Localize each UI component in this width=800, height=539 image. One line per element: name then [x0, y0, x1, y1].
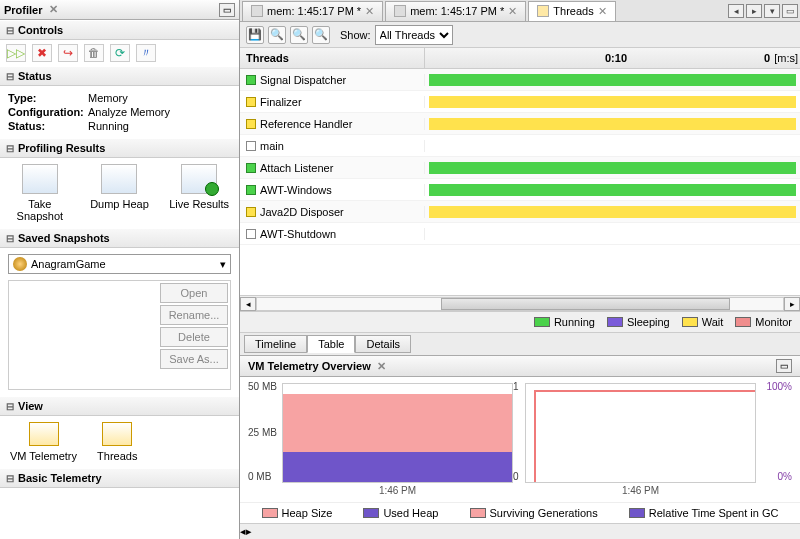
open-button[interactable]: Open [160, 283, 228, 303]
snapshot-project-combo[interactable]: AnagramGame ▾ [8, 254, 231, 274]
threads-rows: Signal DispatcherFinalizerReference Hand… [240, 69, 800, 295]
snapshot-list[interactable] [9, 281, 158, 389]
minimize-telemetry-button[interactable]: ▭ [776, 359, 792, 373]
thread-timeline-bar [429, 228, 796, 240]
saveas-button[interactable]: Save As... [160, 349, 228, 369]
thread-filter-select[interactable]: All Threads [375, 25, 453, 45]
basic-telemetry-header[interactable]: Basic Telemetry [0, 468, 239, 488]
tab-mem-1[interactable]: mem: 1:45:17 PM *✕ [242, 1, 383, 21]
rename-button[interactable]: Rename... [160, 305, 228, 325]
zoom-out-icon[interactable]: 🔍 [268, 26, 286, 44]
heap-size-swatch [262, 508, 278, 518]
heap-chart: 50 MB 25 MB 0 MB 1:46 PM [282, 383, 513, 496]
thread-state-icon [246, 207, 256, 217]
close-icon[interactable]: ✕ [377, 360, 386, 373]
telemetry-legend: Heap Size Used Heap Surviving Generation… [240, 502, 800, 523]
maximize-button[interactable]: ▭ [782, 4, 798, 18]
tab-threads[interactable]: Threads✕ [528, 1, 615, 21]
scroll-right-icon[interactable]: ▸ [784, 297, 800, 311]
zoom-in-icon[interactable]: 🔍 [312, 26, 330, 44]
thread-state-icon [246, 185, 256, 195]
running-swatch [534, 317, 550, 327]
mem-icon [394, 5, 406, 17]
threads-toolbar: 💾 🔍 🔍 🔍 Show: All Threads [240, 22, 800, 48]
tab-mem-2[interactable]: mem: 1:45:17 PM *✕ [385, 1, 526, 21]
threads-table-header: Threads 0:10 0 [m:s] [240, 48, 800, 69]
save-icon[interactable]: 💾 [246, 26, 264, 44]
heap-icon [101, 164, 137, 194]
zoom-reset-icon[interactable]: 🔍 [290, 26, 308, 44]
thread-state-icon [246, 119, 256, 129]
threads-subtabs: Timeline Table Details [240, 332, 800, 355]
controls-header[interactable]: Controls [0, 20, 239, 40]
threads-legend: Running Sleeping Wait Monitor [240, 311, 800, 332]
profiler-sidebar: Profiler ✕ ▭ Controls ▷▷ ✖ ↪ 🗑 ⟳ 〃 Statu… [0, 0, 240, 539]
thread-row[interactable]: Attach Listener [240, 157, 800, 179]
chart-icon[interactable]: 〃 [136, 44, 156, 62]
close-icon[interactable]: ✕ [365, 5, 374, 18]
thread-row[interactable]: AWT-Windows [240, 179, 800, 201]
stop-icon[interactable]: ✖ [32, 44, 52, 62]
controls-toolbar: ▷▷ ✖ ↪ 🗑 ⟳ 〃 [0, 40, 239, 66]
mem-icon [251, 5, 263, 17]
threads-hscroll[interactable]: ◂ ▸ [240, 295, 800, 311]
config-label: Configuration: [8, 106, 88, 118]
dump-heap-button[interactable]: Dump Heap [84, 164, 154, 222]
threads-tab-icon [537, 5, 549, 17]
delete-button[interactable]: Delete [160, 327, 228, 347]
vm-telemetry-button[interactable]: VM Telemetry [10, 422, 77, 462]
wait-swatch [682, 317, 698, 327]
thread-row[interactable]: Reference Handler [240, 113, 800, 135]
thread-state-icon [246, 163, 256, 173]
status-header[interactable]: Status [0, 66, 239, 86]
type-label: Type: [8, 92, 88, 104]
time-axis: 0:10 0 [m:s] [425, 48, 800, 68]
view-header[interactable]: View [0, 396, 239, 416]
profiler-titlebar: Profiler ✕ ▭ [0, 0, 239, 20]
close-icon[interactable]: ✕ [49, 3, 58, 16]
thread-name: AWT-Shutdown [260, 228, 336, 240]
prev-tab-button[interactable]: ◂ [728, 4, 744, 18]
thread-timeline-bar [429, 118, 796, 130]
profiling-results-header[interactable]: Profiling Results [0, 138, 239, 158]
thread-state-icon [246, 97, 256, 107]
scroll-right-icon[interactable]: ▸ [246, 525, 252, 538]
thread-name: AWT-Windows [260, 184, 332, 196]
monitor-swatch [735, 317, 751, 327]
thread-row[interactable]: AWT-Shutdown [240, 223, 800, 245]
take-snapshot-button[interactable]: Take Snapshot [5, 164, 75, 222]
scroll-left-icon[interactable]: ◂ [240, 297, 256, 311]
type-value: Memory [88, 92, 231, 104]
refresh-icon[interactable]: ⟳ [110, 44, 130, 62]
thread-state-icon [246, 229, 256, 239]
close-icon[interactable]: ✕ [508, 5, 517, 18]
close-icon[interactable]: ✕ [598, 5, 607, 18]
thread-row[interactable]: Java2D Disposer [240, 201, 800, 223]
heap-size-area [283, 394, 512, 452]
thread-state-icon [246, 141, 256, 151]
snapshot-project-label: AnagramGame [31, 258, 106, 270]
timeline-tab[interactable]: Timeline [244, 335, 307, 353]
status-label: Status: [8, 120, 88, 132]
saved-snapshots-header[interactable]: Saved Snapshots [0, 228, 239, 248]
rerun-icon[interactable]: ▷▷ [6, 44, 26, 62]
threads-col-title: Threads [240, 48, 425, 68]
next-tab-button[interactable]: ▸ [746, 4, 762, 18]
telemetry-hscroll[interactable]: ◂ ▸ [240, 523, 800, 539]
reset-icon[interactable]: ↪ [58, 44, 78, 62]
minimize-button[interactable]: ▭ [219, 3, 235, 17]
dropdown-tabs-button[interactable]: ▾ [764, 4, 780, 18]
thread-state-icon [246, 75, 256, 85]
threads-view-button[interactable]: Threads [97, 422, 137, 462]
details-tab[interactable]: Details [355, 335, 411, 353]
surv-gen-swatch [470, 508, 486, 518]
thread-row[interactable]: Finalizer [240, 91, 800, 113]
gc-icon[interactable]: 🗑 [84, 44, 104, 62]
live-results-button[interactable]: Live Results [164, 164, 234, 222]
thread-row[interactable]: main [240, 135, 800, 157]
telemetry-icon [29, 422, 59, 446]
config-value: Analyze Memory [88, 106, 231, 118]
show-label: Show: [340, 29, 371, 41]
thread-row[interactable]: Signal Dispatcher [240, 69, 800, 91]
table-tab[interactable]: Table [307, 335, 355, 353]
